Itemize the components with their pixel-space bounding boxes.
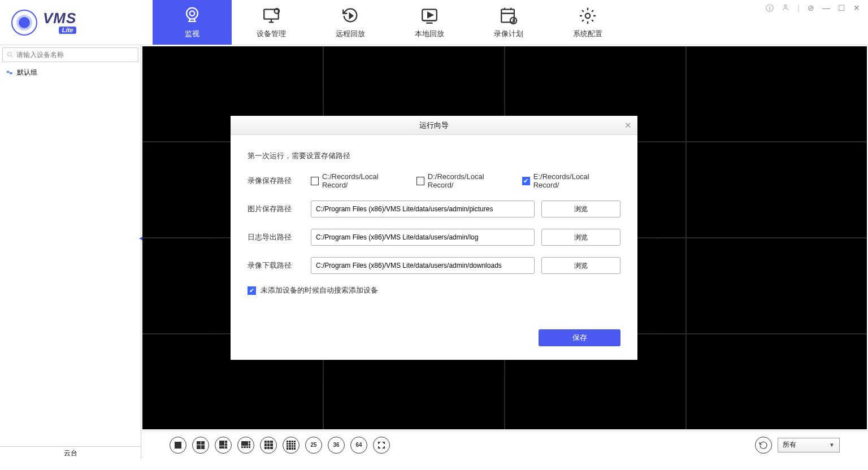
stream-select[interactable]: 所有▼ xyxy=(778,438,840,452)
tab-monitor-label: 监视 xyxy=(185,29,199,39)
download-browse-button[interactable]: 浏览 xyxy=(541,257,620,274)
device-search[interactable] xyxy=(2,47,138,62)
stream-select-label: 所有 xyxy=(783,440,796,450)
dialog-title-bar: 运行向导 ✕ xyxy=(231,116,637,135)
sidebar: 默认组 云台 xyxy=(0,45,141,459)
svg-point-1 xyxy=(190,11,195,16)
svg-point-0 xyxy=(186,7,198,19)
tab-remote-playback-label: 远程回放 xyxy=(336,29,365,39)
user-icon[interactable] xyxy=(782,3,789,11)
tree-default-group-label: 默认组 xyxy=(17,68,37,77)
fullscreen-button[interactable] xyxy=(373,437,390,454)
device-search-input[interactable] xyxy=(16,51,134,59)
record-path-label: 录像保存路径 xyxy=(248,176,304,186)
download-path-input[interactable] xyxy=(311,257,535,274)
logo-text: VMS xyxy=(43,11,76,25)
video-cell[interactable] xyxy=(687,334,867,429)
cycle-button[interactable] xyxy=(755,437,772,454)
svg-rect-2 xyxy=(264,9,279,19)
group-icon xyxy=(6,69,14,77)
tree-default-group[interactable]: 默认组 xyxy=(3,67,137,79)
picture-path-label: 图片保存路径 xyxy=(248,204,304,214)
save-button[interactable]: 保存 xyxy=(539,329,620,346)
camera-icon xyxy=(183,6,202,25)
picture-path-input[interactable] xyxy=(311,201,535,217)
tab-system-config[interactable]: 系统配置 xyxy=(548,0,627,45)
chevron-down-icon: ▼ xyxy=(829,442,835,448)
search-icon xyxy=(6,51,14,59)
maximize-button[interactable]: ☐ xyxy=(838,3,845,12)
layout-8-button[interactable] xyxy=(237,437,254,454)
top-bar: VMS Lite 监视 设备管理 远程回放 本地回放 录像计划 系统配置 xyxy=(0,0,868,45)
svg-rect-10 xyxy=(7,71,10,73)
tab-local-playback-label: 本地回放 xyxy=(415,29,444,39)
dialog-close-button[interactable]: ✕ xyxy=(624,120,632,130)
drive-e-label: E:/Records/Local Record/ xyxy=(533,172,610,189)
auto-add-label: 未添加设备的时候自动搜索添加设备 xyxy=(261,285,378,295)
layout-toolbar: 25 36 64 所有▼ xyxy=(141,430,868,459)
tab-device-mgmt[interactable]: 设备管理 xyxy=(232,0,311,45)
logo-icon xyxy=(11,10,37,36)
drive-d-checkbox[interactable]: D:/Records/Local Record/ xyxy=(416,172,505,189)
download-path-label: 录像下载路径 xyxy=(248,260,304,271)
layout-16-button[interactable] xyxy=(283,437,300,454)
ptz-panel-toggle[interactable]: 云台 xyxy=(0,446,141,459)
nav-tabs: 监视 设备管理 远程回放 本地回放 录像计划 系统配置 xyxy=(153,0,627,45)
play-rect-icon xyxy=(420,6,439,25)
drive-c-checkbox[interactable]: C:/Records/Local Record/ xyxy=(311,172,400,189)
picture-browse-button[interactable]: 浏览 xyxy=(541,201,620,217)
window-controls: ⓘ | ⊘ — ☐ ✕ xyxy=(766,0,868,45)
calendar-clock-icon xyxy=(499,6,518,25)
svg-point-8 xyxy=(784,5,787,7)
layout-4-button[interactable] xyxy=(192,437,209,454)
info-icon[interactable]: ⓘ xyxy=(766,3,774,14)
wizard-dialog: 运行向导 ✕ 第一次运行，需要设置存储路径 录像保存路径 C:/Records/… xyxy=(231,116,637,360)
video-cell[interactable] xyxy=(687,46,867,141)
device-tree: 默认组 xyxy=(0,64,141,446)
tab-local-playback[interactable]: 本地回放 xyxy=(390,0,469,45)
tab-device-mgmt-label: 设备管理 xyxy=(257,29,286,39)
tab-system-config-label: 系统配置 xyxy=(573,29,602,39)
layout-25-button[interactable]: 25 xyxy=(305,437,322,454)
history-play-icon xyxy=(341,6,360,25)
tab-record-plan[interactable]: 录像计划 xyxy=(469,0,548,45)
drive-d-label: D:/Records/Local Record/ xyxy=(428,172,505,189)
log-path-label: 日志导出路径 xyxy=(248,232,304,242)
minimize-button[interactable]: — xyxy=(822,3,830,12)
svg-rect-5 xyxy=(501,9,514,22)
svg-point-7 xyxy=(585,13,591,18)
tab-monitor[interactable]: 监视 xyxy=(153,0,232,45)
auto-add-checkbox[interactable]: ✔ 未添加设备的时候自动搜索添加设备 xyxy=(248,285,620,295)
drive-c-label: C:/Records/Local Record/ xyxy=(322,172,400,189)
layout-6-button[interactable] xyxy=(215,437,232,454)
video-cell[interactable] xyxy=(687,238,867,333)
separator: | xyxy=(797,3,800,12)
dialog-intro: 第一次运行，需要设置存储路径 xyxy=(248,151,620,161)
layout-36-button[interactable]: 36 xyxy=(328,437,345,454)
tab-record-plan-label: 录像计划 xyxy=(494,29,523,39)
tab-remote-playback[interactable]: 远程回放 xyxy=(311,0,390,45)
svg-point-9 xyxy=(7,52,11,56)
log-path-input[interactable] xyxy=(311,229,535,246)
layout-1-button[interactable] xyxy=(170,437,186,454)
layout-9-button[interactable] xyxy=(260,437,277,454)
layout-64-button[interactable]: 64 xyxy=(350,437,367,454)
svg-rect-11 xyxy=(10,72,12,73)
app-logo: VMS Lite xyxy=(0,0,153,45)
help-icon[interactable]: ⊘ xyxy=(808,3,814,12)
dialog-title: 运行向导 xyxy=(419,120,449,130)
log-browse-button[interactable]: 浏览 xyxy=(541,229,620,246)
drive-e-checkbox[interactable]: ✔E:/Records/Local Record/ xyxy=(522,172,610,189)
video-cell[interactable] xyxy=(687,142,867,237)
gear-icon xyxy=(578,6,597,25)
monitor-gear-icon xyxy=(262,6,281,25)
close-button[interactable]: ✕ xyxy=(853,3,860,12)
logo-badge-text: Lite xyxy=(59,27,77,34)
